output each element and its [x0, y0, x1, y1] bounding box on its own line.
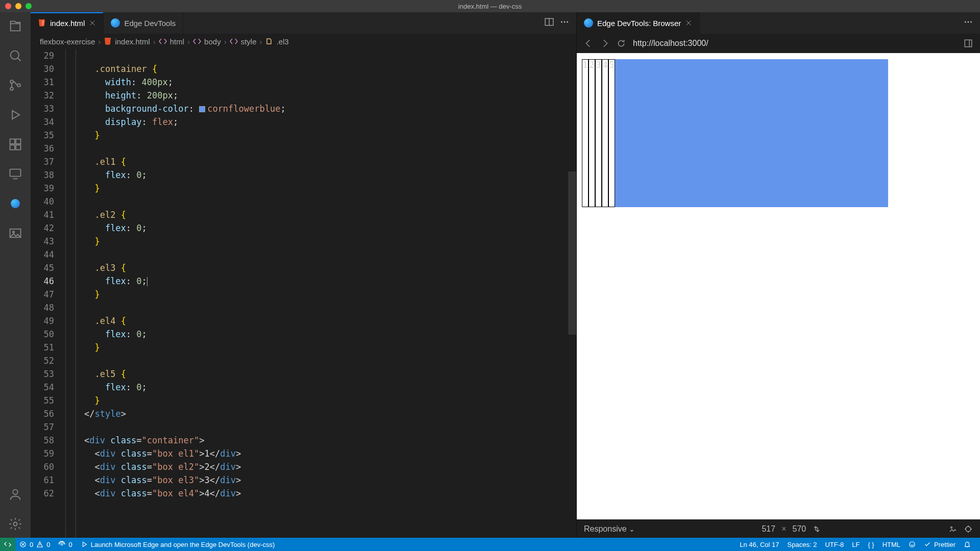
svg-point-2	[10, 87, 13, 90]
device-mode[interactable]: Responsive	[584, 524, 635, 534]
svg-point-11	[13, 490, 17, 494]
svg-point-10	[13, 231, 15, 233]
forward-icon[interactable]	[600, 39, 609, 48]
tag-icon	[159, 37, 167, 45]
url-input[interactable]: http://localhost:3000/	[633, 39, 957, 48]
svg-point-12	[14, 522, 17, 526]
tab-edge-devtools[interactable]: Edge DevTools	[104, 12, 183, 34]
rotate-icon[interactable]	[812, 524, 821, 534]
crumb-body: body	[193, 37, 221, 46]
curly-icon[interactable]: { }	[864, 541, 878, 548]
smiley-icon[interactable]	[904, 541, 920, 548]
more-actions-icon[interactable]	[560, 17, 569, 29]
bell-icon[interactable]	[960, 541, 975, 548]
preview-box: 2	[589, 59, 595, 207]
svg-rect-5	[16, 139, 20, 144]
search-icon[interactable]	[8, 48, 23, 63]
traffic-light-min[interactable]	[15, 3, 21, 9]
device-toolbar: Responsive 517 × 570	[577, 519, 980, 538]
preview-box: 5	[608, 59, 615, 207]
svg-point-19	[970, 21, 972, 22]
svg-point-22	[966, 527, 971, 532]
launch-edge[interactable]: Launch Microsoft Edge and open the Edge …	[77, 538, 279, 551]
viewport-width[interactable]: 517	[762, 524, 775, 534]
port-forward[interactable]: 0	[54, 538, 76, 551]
screenshot-icon[interactable]	[948, 524, 958, 534]
activity-bar	[0, 12, 31, 538]
eol[interactable]: LF	[848, 541, 864, 548]
back-icon[interactable]	[584, 39, 593, 48]
traffic-light-close[interactable]	[5, 3, 11, 9]
preview-box: 3	[595, 59, 602, 207]
svg-point-3	[17, 84, 20, 87]
svg-rect-8	[10, 169, 21, 177]
svg-point-17	[965, 21, 966, 22]
svg-point-18	[967, 21, 969, 22]
tab-label: Edge DevTools: Browser	[597, 19, 681, 28]
tab-index-html[interactable]: index.html	[31, 12, 104, 34]
inspect-icon[interactable]	[964, 524, 973, 534]
status-bar: 0 0 0 Launch Microsoft Edge and open the…	[0, 538, 980, 551]
svg-point-25	[910, 541, 915, 547]
edge-icon	[584, 18, 593, 28]
close-icon[interactable]	[89, 19, 96, 27]
image-icon[interactable]	[8, 226, 23, 241]
devtools-browser-panel: Edge DevTools: Browser http://localhost:…	[577, 12, 980, 538]
code-editor[interactable]: 2930313233343536373839404142434445464748…	[31, 49, 576, 538]
indent-spaces[interactable]: Spaces: 2	[783, 541, 821, 548]
prettier[interactable]: Prettier	[920, 541, 960, 548]
tab-label: index.html	[50, 19, 85, 28]
more-actions-icon[interactable]	[964, 17, 973, 29]
svg-rect-7	[16, 145, 20, 149]
svg-point-15	[564, 21, 565, 22]
svg-rect-20	[965, 40, 972, 47]
svg-point-14	[561, 21, 562, 22]
scrollbar-thumb[interactable]	[568, 171, 576, 335]
browser-tabs: Edge DevTools: Browser	[577, 12, 980, 34]
split-editor-icon[interactable]	[545, 17, 554, 29]
code-content[interactable]: .container { width: 400px; height: 200px…	[63, 49, 576, 538]
crumb-style: style	[230, 37, 257, 46]
account-icon[interactable]	[8, 487, 23, 502]
svg-rect-6	[10, 145, 15, 149]
tag-icon	[230, 37, 238, 45]
encoding[interactable]: UTF-8	[821, 541, 848, 548]
preview-box: 1	[582, 59, 589, 207]
remote-button[interactable]	[0, 538, 15, 551]
close-icon[interactable]	[685, 19, 692, 27]
explorer-icon[interactable]	[8, 18, 23, 34]
settings-icon[interactable]	[8, 516, 23, 532]
dim-x: ×	[781, 524, 786, 534]
window-title: index.html — dev-css	[458, 3, 522, 10]
crumb-selector: .el3	[265, 37, 288, 46]
remote-icon[interactable]	[8, 166, 23, 182]
html-file-icon	[104, 37, 112, 45]
source-control-icon[interactable]	[8, 78, 23, 93]
breadcrumb[interactable]: flexbox-exercise › index.html › html › b…	[31, 34, 576, 49]
address-bar: http://localhost:3000/	[577, 34, 980, 53]
svg-rect-4	[10, 139, 15, 144]
errors-warnings[interactable]: 0 0	[15, 538, 54, 551]
tab-devtools-browser[interactable]: Edge DevTools: Browser	[577, 12, 700, 34]
edge-tools-icon[interactable]	[8, 196, 23, 211]
editor-group: index.html Edge DevTools flexbox-exercis…	[31, 12, 577, 538]
page-preview[interactable]: 12345	[577, 53, 980, 519]
traffic-light-max[interactable]	[26, 3, 32, 9]
svg-point-16	[567, 21, 568, 22]
language-mode[interactable]: HTML	[878, 541, 904, 548]
preview-box: 4	[602, 59, 608, 207]
selector-icon	[265, 37, 273, 45]
viewport-height[interactable]: 570	[792, 524, 806, 534]
run-debug-icon[interactable]	[8, 107, 23, 122]
cursor-position[interactable]: Ln 46, Col 17	[736, 541, 783, 548]
svg-point-1	[10, 80, 13, 83]
svg-point-21	[951, 527, 952, 528]
reload-icon[interactable]	[617, 39, 626, 48]
mac-titlebar: index.html — dev-css	[0, 0, 980, 12]
dock-icon[interactable]	[964, 39, 973, 48]
preview-container: 12345	[582, 59, 888, 207]
html-file-icon	[38, 19, 46, 27]
svg-point-24	[61, 543, 63, 545]
crumb-file: index.html	[104, 37, 150, 46]
extensions-icon[interactable]	[8, 137, 23, 152]
